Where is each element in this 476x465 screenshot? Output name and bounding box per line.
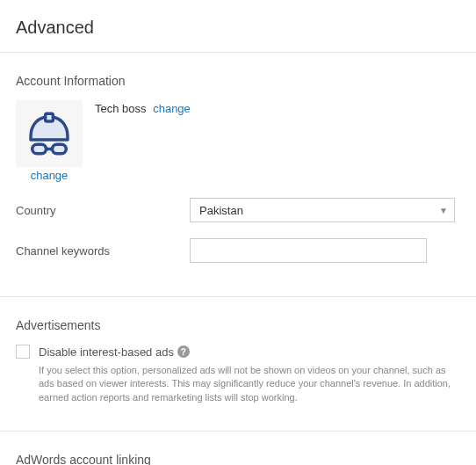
svg-rect-0	[46, 113, 54, 121]
svg-rect-1	[32, 144, 47, 154]
channel-name-line: Tech boss change	[95, 100, 191, 115]
country-label: Country	[16, 204, 190, 217]
disable-ads-help-text: If you select this option, personalized …	[16, 364, 460, 404]
avatar-change-link[interactable]: change	[31, 169, 69, 182]
page-title: Advanced	[0, 0, 476, 52]
country-row: Country Pakistan ▼	[16, 198, 460, 222]
avatar-block: change	[16, 100, 83, 182]
svg-rect-2	[53, 144, 67, 154]
ads-section-title: Advertisements	[16, 318, 460, 332]
adwords-section: AdWords account linking Linking your You…	[0, 432, 476, 465]
hardhat-icon	[25, 109, 74, 158]
account-section: Account Information change Tech boss cha…	[0, 53, 476, 296]
country-select[interactable]: Pakistan	[190, 198, 455, 222]
disable-ads-label-text: Disable interest-based ads	[39, 345, 174, 359]
disable-ads-row: Disable interest-based ads ?	[16, 345, 460, 359]
keywords-label: Channel keywords	[16, 244, 190, 258]
ads-section: Advertisements Disable interest-based ad…	[0, 297, 476, 431]
name-change-link[interactable]: change	[153, 102, 191, 115]
channel-name: Tech boss	[95, 102, 147, 115]
keywords-input[interactable]	[190, 238, 427, 263]
disable-ads-checkbox[interactable]	[16, 345, 30, 359]
account-section-title: Account Information	[16, 74, 460, 88]
account-row: change Tech boss change	[16, 100, 460, 182]
help-icon[interactable]: ?	[177, 345, 190, 358]
avatar	[16, 100, 83, 167]
adwords-section-title: AdWords account linking	[16, 453, 460, 465]
disable-ads-label: Disable interest-based ads ?	[39, 345, 190, 359]
keywords-row: Channel keywords	[16, 238, 460, 263]
